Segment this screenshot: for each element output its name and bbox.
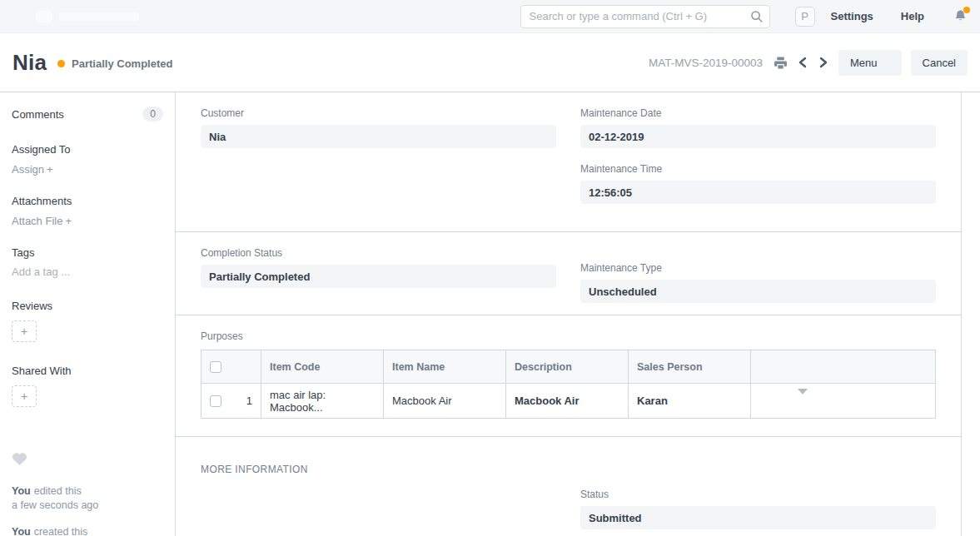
top-navbar: P Settings Help (0, 0, 980, 33)
navbar-right-group: P Settings Help (795, 7, 968, 27)
status-value[interactable]: Submitted (580, 506, 936, 529)
purposes-label: Purposes (201, 330, 936, 342)
activity-log: Youedited this a few seconds ago Youcrea… (12, 484, 163, 536)
comments-count-badge: 0 (142, 107, 163, 122)
menu-button-label: Menu (850, 57, 878, 69)
purposes-table: Item Code Item Name Description Sales Pe… (201, 350, 936, 419)
global-search-input[interactable] (520, 5, 770, 28)
maintenance-time-field: Maintenance Time 12:56:05 (580, 163, 936, 204)
table-row[interactable]: 1 mac air lap: Macbook... Macbook Air Ma… (201, 384, 936, 419)
form-body: Customer Nia Maintenance Date 02-12-2019… (176, 92, 962, 536)
activity-action: created this (34, 526, 88, 536)
column-header-sales-person: Sales Person (629, 350, 751, 384)
page-header-actions: MAT-MVS-2019-00003 Menu Cancel (649, 50, 968, 76)
maintenance-date-field: Maintenance Date 02-12-2019 (580, 107, 936, 148)
activity-user: You (12, 485, 31, 497)
help-menu[interactable]: Help (901, 10, 936, 22)
status-indicator-label: Partially Completed (72, 57, 172, 70)
settings-label: Settings (831, 10, 873, 22)
settings-menu[interactable]: Settings (831, 10, 885, 22)
completion-status-field: Completion Status Partially Completed (201, 247, 556, 303)
app-logo-text (59, 12, 139, 21)
help-label: Help (901, 10, 924, 22)
comments-label: Comments (12, 108, 64, 121)
cell-item-name[interactable]: Macbook Air (384, 384, 506, 419)
notifications-bell[interactable] (953, 9, 968, 23)
attachments-label: Attachments (12, 195, 163, 207)
add-tag-input[interactable]: Add a tag ... (12, 266, 163, 278)
maintenance-date-value[interactable]: 02-12-2019 (580, 125, 936, 148)
app-logo-icon (36, 11, 52, 22)
menu-button[interactable]: Menu (838, 50, 902, 76)
assign-button[interactable]: Assign+ (12, 163, 163, 176)
search-icon[interactable] (750, 10, 764, 23)
activity-entry: Youedited this a few seconds ago (12, 484, 163, 513)
add-share-button[interactable]: + (12, 385, 37, 407)
column-header-description: Description (506, 350, 629, 384)
maintenance-time-label: Maintenance Time (580, 163, 936, 175)
row-index: 1 (246, 395, 252, 407)
completion-status-label: Completion Status (201, 247, 556, 259)
page-header: Nia Partially Completed MAT-MVS-2019-000… (0, 33, 980, 92)
row-checkbox[interactable] (210, 395, 221, 407)
print-icon[interactable] (774, 56, 788, 70)
form-sidebar: Comments 0 Assigned To Assign+ Attachmen… (0, 92, 176, 536)
notification-dot (963, 7, 970, 13)
section-more-information: MORE INFORMATION Status Submitted (176, 437, 961, 536)
plus-icon: + (65, 215, 72, 227)
app-logo[interactable] (36, 11, 152, 22)
status-indicator-dot (57, 60, 65, 67)
section-details: Customer Nia Maintenance Date 02-12-2019… (176, 92, 961, 232)
cancel-button[interactable]: Cancel (911, 50, 968, 76)
activity-user: You (12, 526, 31, 536)
section-status: Completion Status Partially Completed Ma… (176, 232, 961, 315)
customer-field: Customer Nia (201, 107, 556, 148)
prev-document-icon[interactable] (797, 56, 808, 69)
like-button[interactable] (12, 452, 163, 466)
activity-time: a few seconds ago (12, 499, 163, 513)
completion-status-value[interactable]: Partially Completed (201, 265, 556, 288)
activity-entry: Youcreated this a few seconds ago (12, 525, 163, 536)
attach-file-label: Attach File (12, 215, 62, 227)
activity-action: edited this (34, 485, 82, 497)
tags-label: Tags (12, 246, 163, 259)
heart-icon (12, 452, 27, 466)
page-title: Nia (12, 50, 47, 76)
cell-item-code[interactable]: mac air lap: Macbook... (261, 384, 384, 419)
avatar[interactable]: P (795, 7, 815, 27)
maintenance-type-field: Maintenance Type Unscheduled (580, 262, 936, 303)
document-id: MAT-MVS-2019-00003 (649, 57, 763, 69)
reviews-label: Reviews (12, 300, 163, 312)
shared-with-label: Shared With (12, 365, 163, 377)
maintenance-type-label: Maintenance Type (580, 262, 936, 274)
customer-value[interactable]: Nia (201, 125, 556, 148)
attach-file-button[interactable]: Attach File+ (12, 215, 163, 227)
cell-sales-person[interactable]: Karan (629, 384, 751, 419)
row-expand-icon[interactable] (798, 389, 808, 407)
plus-icon: + (47, 163, 53, 176)
column-header-item-name: Item Name (384, 350, 506, 384)
main-area: Comments 0 Assigned To Assign+ Attachmen… (0, 92, 980, 536)
customer-label: Customer (201, 107, 556, 119)
next-document-icon[interactable] (818, 56, 829, 69)
add-review-button[interactable]: + (12, 320, 37, 342)
table-header-row: Item Code Item Name Description Sales Pe… (201, 350, 936, 384)
maintenance-time-value[interactable]: 12:56:05 (580, 181, 936, 204)
maintenance-date-label: Maintenance Date (580, 107, 936, 119)
plus-icon: + (21, 390, 27, 403)
status-label: Status (580, 489, 936, 500)
select-all-checkbox[interactable] (210, 361, 221, 373)
comments-section[interactable]: Comments 0 (12, 107, 163, 122)
section-purposes: Purposes Item Code Item Name Description… (176, 315, 961, 437)
cancel-button-label: Cancel (923, 57, 956, 69)
maintenance-type-value[interactable]: Unscheduled (580, 280, 936, 303)
status-field: Status Submitted (580, 489, 936, 529)
assigned-to-label: Assigned To (12, 143, 163, 156)
column-header-item-code: Item Code (261, 350, 384, 384)
assign-label: Assign (12, 163, 44, 176)
global-search (520, 5, 770, 28)
column-header-actions (751, 350, 936, 384)
cell-description[interactable]: Macbook Air (506, 384, 629, 419)
more-information-label: MORE INFORMATION (201, 464, 936, 475)
plus-icon: + (21, 325, 27, 338)
